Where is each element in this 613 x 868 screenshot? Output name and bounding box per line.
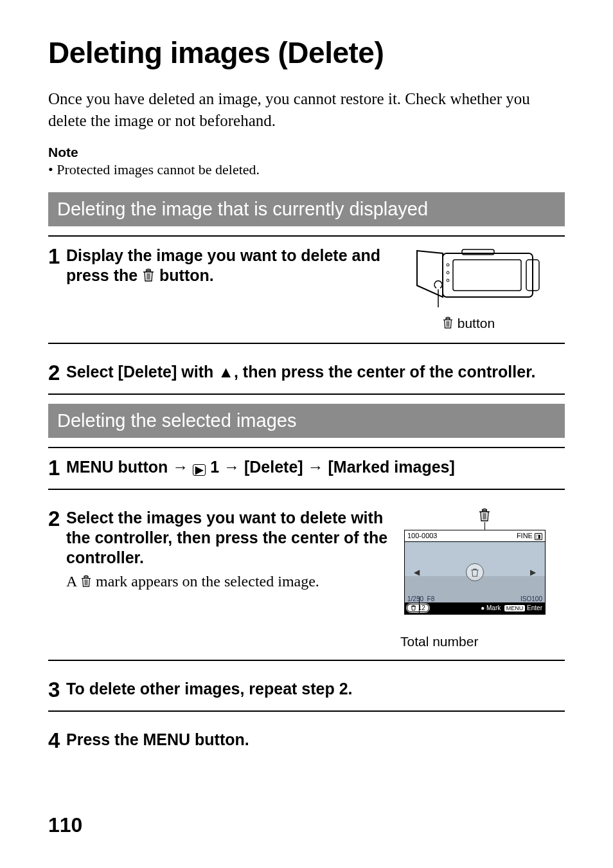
step-subtext: A mark appears on the selected image. [66,572,398,593]
step-text: To delete other images, repeat step 2. [66,679,565,699]
section-heading-2: Deleting the selected images [48,404,565,438]
step: 2 Select the images you want to delete w… [48,499,565,661]
right-arrow-icon: ▶ [530,568,536,577]
svg-point-7 [447,279,449,282]
file-number: 100-0003 [407,532,438,541]
camera-diagram-area: button [398,246,565,332]
step: 3 To delete other images, repeat step 2. [48,670,565,712]
enter-label: Enter [527,604,542,611]
step-text: Select [Delete] with ▲, then press the c… [66,362,565,382]
diagram-label: button [372,316,565,332]
left-arrow-icon: ◀ [414,568,420,577]
screenshot-column: 100-0003 FINE ◨ ◀ ▶ 1/250 F8 ISO100 12 [398,508,565,649]
trash-icon [478,508,491,525]
svg-rect-4 [453,260,521,291]
section-heading-1: Deleting the image that is currently dis… [48,192,565,226]
quality: FINE [517,532,533,539]
step: 1 Display the image you want to delete a… [48,235,565,344]
step1b: button. [159,266,214,284]
svg-point-5 [447,264,449,266]
step-text: Display the image you want to delete and… [66,246,398,287]
page-title: Deleting images (Delete) [48,35,565,70]
menu-path-a: MENU button → [66,458,193,476]
camera-diagram [398,246,552,310]
step-number: 1 [48,246,66,267]
step1a: Display the image you want to delete and… [66,246,380,284]
note-heading: Note [48,145,565,160]
card-icon: ◨ [535,533,542,540]
playback-icon: ▶ [193,464,206,476]
aperture: F8 [427,595,435,602]
step-text: Press the MENU button. [66,730,565,750]
camera-screen: 100-0003 FINE ◨ ◀ ▶ 1/250 F8 ISO100 12 [404,530,546,615]
shutter: 1/250 [407,595,423,602]
intro-text: Once you have deleted an image, you cann… [48,88,565,132]
page-number: 110 [48,813,82,837]
step-number: 4 [48,730,66,751]
trash-icon [142,267,155,287]
menu-path-b: 1 → [Delete] → [Marked images] [210,458,455,476]
iso: ISO100 [520,595,542,602]
step-number: 3 [48,679,66,700]
step-text: Select the images you want to delete wit… [66,508,398,568]
svg-point-6 [447,271,449,274]
step: 1 MENU button → ▶ 1 → [Delete] → [Marked… [48,447,565,490]
sub-b: mark appears on the selected image. [96,573,319,590]
step-number: 2 [48,362,66,383]
trash-icon [442,316,454,332]
step: 2 Select [Delete] with ▲, then press the… [48,353,565,395]
note-body: • Protected images cannot be deleted. [48,161,565,178]
step-number: 2 [48,508,66,529]
mark-label: Mark [486,604,501,611]
step: 4 Press the MENU button. [48,721,565,761]
button-label: button [454,316,495,330]
sub-a: A [66,573,80,590]
trash-mark-icon [466,563,484,581]
step-text: MENU button → ▶ 1 → [Delete] → [Marked i… [66,457,565,477]
total-number-label: Total number [400,634,565,649]
step-number: 1 [48,457,66,478]
menu-badge: MENU [504,605,526,611]
trash-icon [80,573,92,593]
